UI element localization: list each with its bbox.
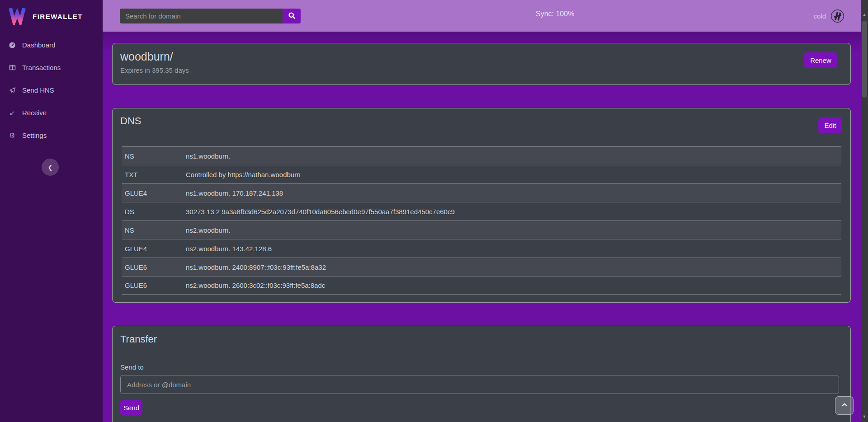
sync-status: Sync: 100% [536,10,574,18]
dns-record-value: ns2.woodburn. 143.42.128.6 [186,245,841,253]
brand: FIREWALLET [0,0,103,28]
renew-button[interactable]: Renew [804,52,837,68]
sidebar-item-label: Dashboard [22,41,55,49]
domain-header-card: woodburn/ Expires in 395.35 days Renew [112,43,851,85]
arrow-down-left-icon: ↙ [8,109,16,116]
vertical-scrollbar[interactable]: ▲ ▼ [861,0,868,422]
dns-record-value: ns2.woodburn. [186,226,841,234]
dns-record-type: NS [122,152,186,160]
app-title: FIREWALLET [33,13,83,20]
gear-icon: ⚙ [8,132,16,139]
transfer-card: Transfer Send to Send [112,326,851,422]
sidebar-item-receive[interactable]: ↙ Receive [0,107,103,119]
dns-record-row: TXT Controlled by https://nathan.woodbur… [122,165,841,183]
topbar: Sync: 100% cold [103,0,861,32]
sidebar-item-label: Receive [22,109,47,117]
transfer-address-input[interactable] [120,375,839,394]
dns-record-value: ns1.woodburn. [186,152,841,160]
dns-card-header: DNS Edit [113,108,850,133]
scroll-down-arrow-icon[interactable]: ▼ [861,413,868,420]
domain-expiry-text: Expires in 395.35 days [120,66,843,74]
dns-record-value: ns1.woodburn. 2400:8907::f03c:93ff:fe5a:… [186,263,841,271]
send-transfer-button[interactable]: Send [120,400,142,416]
dns-record-type: GLUE4 [122,245,186,253]
dns-record-row: GLUE4 ns1.woodburn. 170.187.241.138 [122,183,841,202]
sidebar-item-dashboard[interactable]: Dashboard [0,39,103,51]
chevron-left-icon: ❮ [48,164,53,171]
send-to-label: Send to [120,363,843,371]
search-icon [288,12,296,21]
page-title: woodburn/ [120,50,843,63]
domain-search [120,9,301,23]
wallet-name-label: cold [813,12,826,20]
firewallet-logo-icon [7,5,27,27]
sidebar-item-settings[interactable]: ⚙ Settings [0,129,103,141]
dns-records-table: NS ns1.woodburn. TXT Controlled by https… [122,146,841,295]
sidebar: FIREWALLET Dashboard [0,0,103,422]
main-content: woodburn/ Expires in 395.35 days Renew D… [103,32,861,422]
sidebar-nav: Dashboard Transactions S [0,39,103,141]
dns-record-type: GLUE6 [122,281,186,289]
dns-record-row: NS ns2.woodburn. [122,220,841,239]
scrollbar-thumb[interactable] [862,21,867,98]
dns-record-row: GLUE6 ns2.woodburn. 2600:3c02::f03c:93ff… [122,276,841,295]
sidebar-item-label: Settings [22,131,47,139]
dns-record-value: ns2.woodburn. 2600:3c02::f03c:93ff:fe5a:… [186,281,841,289]
search-button[interactable] [283,9,301,23]
scroll-to-top-button[interactable] [835,396,854,415]
chevron-up-icon [841,401,848,410]
dns-section-title: DNS [120,115,141,127]
transfer-section-title: Transfer [120,333,843,345]
dns-record-type: TXT [122,171,186,178]
dns-record-type: DS [122,208,186,216]
paper-plane-icon [8,87,16,94]
dns-record-type: GLUE4 [122,189,186,197]
handshake-logo-icon[interactable] [830,9,844,23]
table-icon [8,64,16,71]
dns-record-value: ns1.woodburn. 170.187.241.138 [186,189,841,197]
sidebar-collapse-button[interactable]: ❮ [42,159,59,176]
sidebar-item-label: Transactions [22,64,61,71]
dns-record-value: Controlled by https://nathan.woodburn [186,171,841,178]
sidebar-item-transactions[interactable]: Transactions [0,61,103,74]
tachometer-icon [8,42,16,49]
firewallet-app: FIREWALLET Dashboard [0,0,868,422]
sidebar-item-label: Send HNS [22,86,54,94]
dns-record-row: GLUE4 ns2.woodburn. 143.42.128.6 [122,239,841,258]
scroll-up-arrow-icon[interactable]: ▲ [861,11,868,18]
edit-dns-button[interactable]: Edit [818,117,842,133]
dns-record-row: DS 30273 13 2 9a3a8fb3d625d2a2073d740f10… [122,202,841,220]
dns-record-row: NS ns1.woodburn. [122,146,841,165]
dns-record-value: 30273 13 2 9a3a8fb3d625d2a2073d740f10da6… [186,208,841,216]
sidebar-item-send-hns[interactable]: Send HNS [0,84,103,96]
search-input[interactable] [120,9,283,23]
wallet-area: cold [813,0,844,32]
dns-record-type: NS [122,226,186,234]
dns-card: DNS Edit NS ns1.woodburn. TXT Controlled… [112,108,851,303]
dns-record-row: GLUE6 ns1.woodburn. 2400:8907::f03c:93ff… [122,258,841,276]
dns-record-type: GLUE6 [122,263,186,271]
